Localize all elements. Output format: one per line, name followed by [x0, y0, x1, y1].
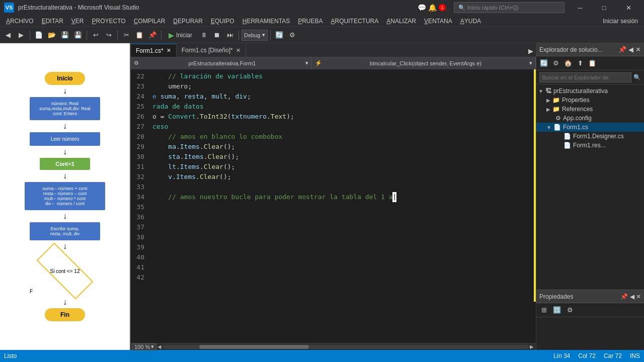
fc-suma: suma←número + cont resta←número – cont m… — [25, 182, 105, 210]
forward-button[interactable]: ▶ — [15, 29, 27, 41]
props-sort-button[interactable]: 🔠 — [551, 305, 562, 316]
h-scroll-thumb[interactable] — [199, 345, 309, 349]
menu-depurar[interactable]: DEPURAR — [169, 15, 207, 27]
menu-ver[interactable]: VER — [67, 15, 88, 27]
save-all-button[interactable]: 💾 — [72, 29, 84, 41]
sol-tb-btn3[interactable]: 🏠 — [562, 58, 574, 69]
back-button[interactable]: ◀ — [2, 29, 14, 41]
properties-header: Propiedades 📌 ◀ ✕ — [536, 290, 644, 303]
zoom-selector[interactable]: 100 % ▾ — [132, 343, 156, 350]
menu-herramientas[interactable]: HERRAMIENTAS — [238, 15, 294, 27]
code-content[interactable]: // laración de variables umero; e suma, … — [148, 69, 536, 343]
properties-controls: 📌 ◀ ✕ — [620, 293, 641, 300]
search-icon: 🔍 — [458, 5, 465, 11]
tree-form1designer[interactable]: 📄 Form1.Designer.cs — [536, 132, 644, 141]
tree-form1cs[interactable]: ▼ 📄 Form1.cs — [536, 123, 644, 132]
quick-search-text: Inicio rápido (Ctrl+Q) — [467, 5, 519, 11]
login-button[interactable]: Iniciar sesión — [599, 15, 642, 27]
tree-project[interactable]: ▼ 🏗 prEstructuraIterativa — [536, 86, 644, 96]
method-icon: ⚡ — [315, 60, 322, 66]
step-button[interactable]: ⏭ — [224, 29, 236, 41]
namespace-dropdown[interactable]: ⚙ prEstructuraIterativa.Form1 ▾ — [131, 57, 312, 69]
tab-form1-design-label: Form1.cs [Diseño]* — [182, 47, 233, 54]
tree-references[interactable]: ▶ 📁 References — [536, 105, 644, 114]
sol-arrow-button[interactable]: ◀ — [628, 46, 633, 53]
sol-tb-btn4[interactable]: ⬆ — [575, 58, 586, 69]
pause-button[interactable]: ⏸ — [198, 29, 210, 41]
new-button[interactable]: 📄 — [33, 29, 45, 41]
code-line-9: sta.Items.Clear(); — [152, 152, 536, 162]
solution-explorer-controls: 📌 ◀ ✕ — [618, 46, 641, 53]
maximize-button[interactable]: □ — [593, 0, 616, 15]
tree-appconfig[interactable]: ⚙ App.config — [536, 114, 644, 123]
props-settings-button[interactable]: ⚙ — [565, 305, 576, 316]
paste-button[interactable]: 📌 — [146, 29, 158, 41]
zoom-label: 100 % — [134, 344, 150, 350]
code-line-15 — [152, 212, 536, 222]
sol-tb-btn1[interactable]: 🔄 — [538, 58, 549, 69]
tab-form1-design-close[interactable]: ✕ — [236, 47, 240, 54]
menu-arquitectura[interactable]: ARQUITECTURA — [327, 15, 383, 27]
code-editor[interactable]: 2223242526272829303132333435363738394041… — [131, 69, 536, 343]
refresh-button[interactable]: 🔄 — [273, 29, 285, 41]
tree-form1res[interactable]: 📄 Form1.res... — [536, 141, 644, 150]
save-button[interactable]: 💾 — [59, 29, 71, 41]
minimize-button[interactable]: ─ — [569, 0, 592, 15]
props-pin-button[interactable]: 📌 — [620, 293, 628, 300]
play-icon: ▶ — [169, 31, 174, 39]
h-scrollbar[interactable]: 100 % ▾ ◀ ▶ — [131, 343, 536, 350]
tab-form1-cs[interactable]: Form1.cs* ✕ — [131, 44, 177, 57]
sol-pin-button[interactable]: 📌 — [618, 46, 626, 53]
method-dropdown[interactable]: ⚡ btncalcular_Click(object sender, Event… — [312, 57, 536, 69]
properties-toolbar: ⊞ 🔠 ⚙ — [536, 303, 644, 317]
undo-button[interactable]: ↩ — [90, 29, 102, 41]
tree-properties[interactable]: ▶ 📁 Properties — [536, 96, 644, 105]
sep2 — [87, 30, 87, 40]
menu-ventana[interactable]: VENTANA — [420, 15, 456, 27]
menu-prueba[interactable]: PRUEBA — [294, 15, 327, 27]
menu-equipo[interactable]: EQUIPO — [207, 15, 238, 27]
menu-analizar[interactable]: ANALIZAR — [382, 15, 420, 27]
sol-tb-btn2[interactable]: ⚙ — [550, 58, 561, 69]
menu-ayuda[interactable]: AYUDA — [456, 15, 485, 27]
settings-button[interactable]: ⚙ — [286, 29, 298, 41]
quick-search-box[interactable]: 🔍 Inicio rápido (Ctrl+Q) — [454, 2, 565, 13]
scroll-left-button[interactable]: ◀ — [156, 344, 163, 349]
h-scroll-track[interactable] — [163, 345, 529, 349]
menu-bar: ARCHIVO EDITAR VER PROYECTO COMPILAR DEP… — [0, 15, 644, 27]
sol-tb-btn5[interactable]: 📋 — [587, 58, 598, 69]
redo-button[interactable]: ↪ — [103, 29, 115, 41]
close-button[interactable]: ✕ — [617, 0, 640, 15]
code-line-3: e suma, resta, mult, div; — [152, 92, 536, 102]
menu-proyecto[interactable]: PROYECTO — [88, 15, 130, 27]
sol-close-button[interactable]: ✕ — [635, 46, 641, 53]
open-button[interactable]: 📂 — [46, 29, 58, 41]
menu-editar[interactable]: EDITAR — [38, 15, 67, 27]
copy-button[interactable]: 📋 — [133, 29, 145, 41]
status-col: Col 72 — [578, 352, 596, 359]
code-line-1: // laración de variables — [152, 71, 536, 81]
chat-icon[interactable]: 💬 — [418, 4, 426, 12]
solution-search-input[interactable] — [539, 72, 631, 82]
props-arrow-button[interactable]: ◀ — [630, 293, 634, 300]
tab-form1-design[interactable]: Form1.cs [Diseño]* ✕ — [177, 44, 246, 57]
menu-compilar[interactable]: COMPILAR — [130, 15, 170, 27]
config-dropdown[interactable]: Debug ▾ — [242, 30, 268, 41]
tree-arrow2: ▶ — [546, 107, 550, 112]
props-grid-button[interactable]: ⊞ — [538, 305, 549, 316]
tab-form1-cs-close[interactable]: ✕ — [167, 47, 171, 54]
props-close-button[interactable]: ✕ — [636, 293, 641, 300]
start-button[interactable]: ▶ Iniciar — [164, 29, 197, 41]
fc-arrow1: ↓ — [63, 87, 67, 95]
project-icon: 🏗 — [545, 87, 551, 95]
tab-scroll-right[interactable]: ▶ — [526, 45, 536, 57]
code-line-8: ma.Items.Clear(); — [152, 142, 536, 152]
stop-button[interactable]: ⏹ — [211, 29, 223, 41]
menu-archivo[interactable]: ARCHIVO — [2, 15, 38, 27]
scroll-right-button[interactable]: ▶ — [529, 344, 535, 349]
code-line-2: umero; — [152, 81, 536, 92]
vs-icon: VS — [4, 3, 14, 13]
cut-button[interactable]: ✂ — [120, 29, 132, 41]
notification-icon[interactable]: 🔔 — [428, 4, 437, 12]
flowchart-panel: Inicio ↓ número: Real suma,resta,mult,di… — [0, 43, 131, 350]
